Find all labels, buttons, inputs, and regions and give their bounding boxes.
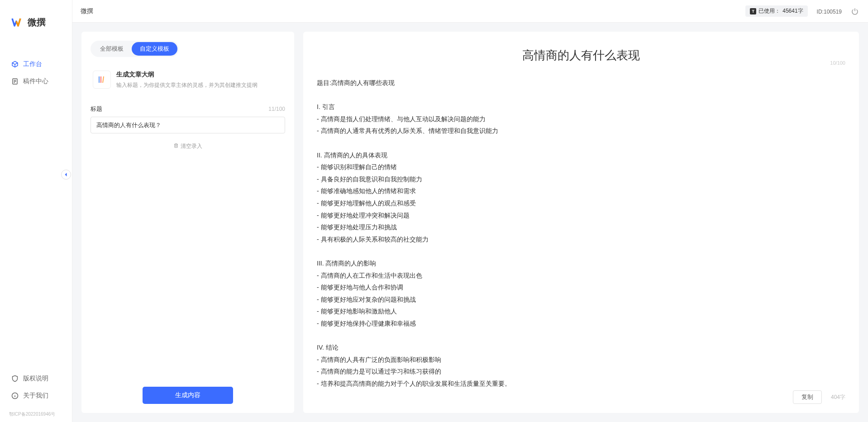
- clear-button[interactable]: 清空录入: [91, 142, 285, 150]
- nav-item-about[interactable]: 关于我们: [0, 387, 72, 404]
- title-field-label: 标题: [91, 105, 102, 113]
- logo-icon: [11, 16, 24, 28]
- title-char-count: 11/100: [268, 106, 285, 112]
- nav-item-copyright[interactable]: 版权说明: [0, 370, 72, 387]
- power-button[interactable]: [851, 7, 859, 15]
- output-title[interactable]: 高情商的人有什么表现: [522, 47, 640, 63]
- nav-item-label: 关于我们: [23, 392, 48, 400]
- nav-item-label: 版权说明: [23, 375, 48, 383]
- trash-icon: [173, 143, 179, 150]
- nav-item-label: 工作台: [23, 60, 42, 68]
- page-title: 微撰: [81, 7, 93, 15]
- shield-icon: [11, 375, 19, 382]
- usage-badge[interactable]: T 已使用： 45641字: [745, 5, 807, 17]
- usage-label: 已使用：: [758, 7, 780, 15]
- input-panel: 全部模板 自定义模板 生成文章大纲 输入标题，为你提供文章主体的灵感，并为其创建…: [81, 32, 294, 413]
- tab-all-templates[interactable]: 全部模板: [92, 42, 132, 56]
- logo-text: 微撰: [28, 16, 46, 28]
- document-icon: [11, 78, 19, 85]
- header: 微撰 T 已使用： 45641字 ID:100519: [0, 0, 868, 23]
- info-icon: [11, 392, 19, 399]
- output-word-count: 404字: [831, 394, 845, 401]
- nav-bottom: 版权说明 关于我们: [0, 370, 72, 411]
- sidebar-collapse-button[interactable]: [61, 170, 71, 180]
- output-title-count: 10/100: [830, 60, 845, 66]
- logo[interactable]: 微撰: [0, 0, 72, 40]
- icp-text: 鄂ICP备2022016946号: [0, 411, 72, 422]
- nav-item-label: 稿件中心: [23, 77, 48, 85]
- text-icon: T: [750, 8, 756, 14]
- cube-icon: [11, 61, 19, 68]
- id-label: ID:: [817, 9, 824, 15]
- clear-label: 清空录入: [181, 142, 202, 150]
- title-input[interactable]: [91, 117, 285, 133]
- nav-item-drafts[interactable]: 稿件中心: [0, 73, 72, 90]
- id-value: 100519: [824, 9, 842, 15]
- output-body[interactable]: 题目:高情商的人有哪些表现 I. 引言 - 高情商是指人们处理情绪、与他人互动以…: [317, 77, 845, 389]
- main: 全部模板 自定义模板 生成文章大纲 输入标题，为你提供文章主体的灵感，并为其创建…: [72, 23, 868, 422]
- output-panel: 高情商的人有什么表现 10/100 题目:高情商的人有哪些表现 I. 引言 - …: [303, 32, 859, 413]
- template-tabs: 全部模板 自定义模板: [91, 41, 179, 57]
- template-card: 生成文章大纲 输入标题，为你提供文章主体的灵感，并为其创建推文提纲: [91, 66, 285, 94]
- template-icon: [93, 71, 111, 89]
- usage-value: 45641字: [782, 7, 803, 15]
- nav-item-workbench[interactable]: 工作台: [0, 56, 72, 73]
- nav-main: 工作台 稿件中心: [0, 40, 72, 370]
- tab-custom-template[interactable]: 自定义模板: [132, 42, 177, 56]
- user-id: ID:100519: [817, 7, 842, 15]
- generate-button[interactable]: 生成内容: [143, 387, 233, 404]
- template-description: 输入标题，为你提供文章主体的灵感，并为其创建推文提纲: [116, 81, 258, 89]
- sidebar: 微撰 工作台 稿件中心 版权说明 关于我们 鄂ICP备: [0, 0, 72, 422]
- template-title: 生成文章大纲: [116, 71, 258, 79]
- copy-button[interactable]: 复制: [793, 390, 822, 404]
